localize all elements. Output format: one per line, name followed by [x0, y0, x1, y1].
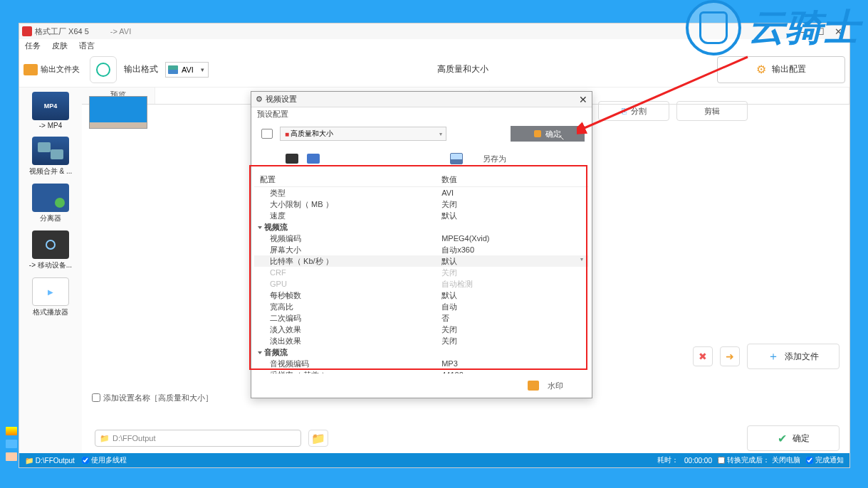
sidebar-item-merge[interactable]: 视频合并 & ... [27, 135, 74, 178]
table-row[interactable]: 淡入效果关闭 [254, 324, 589, 335]
dialog-ok-button[interactable]: 确定↖ [511, 126, 585, 142]
browse-folder-button[interactable]: 📁 [308, 430, 328, 447]
folder-icon [23, 64, 38, 75]
output-folder-label: 输出文件夹 [41, 64, 80, 75]
table-row[interactable]: 视频编码MPEG4(Xvid) [254, 233, 589, 244]
table-row[interactable]: GPU自动检测 [254, 278, 589, 290]
dialog-icon: ⚙ [256, 95, 263, 104]
table-row[interactable]: 淡出效果关闭 [254, 335, 589, 346]
output-folder-button[interactable]: 输出文件夹 [23, 64, 80, 75]
table-header: 配置 数值 [254, 173, 589, 187]
minimize-icon[interactable]: — [797, 26, 806, 37]
help-icon[interactable] [307, 154, 320, 164]
folder-icon: 📁 [311, 432, 325, 445]
watermark-icon [528, 381, 539, 391]
breadcrumb: -> AVI [110, 27, 131, 36]
app-logo-icon [22, 26, 32, 36]
table-row[interactable]: 大小限制（ MB ）关闭 [254, 198, 589, 210]
sidebar: -> MP4 视频合并 & ... 分离器 -> 移动设备... 格式播放器 [19, 87, 82, 453]
sidebar-item-mobile[interactable]: -> 移动设备... [27, 229, 74, 272]
close-icon[interactable]: ✕ [835, 26, 842, 37]
desktop-taskbar-icons [6, 427, 17, 461]
menubar: 任务 皮肤 语言 [19, 39, 849, 52]
status-path: 📁 D:\FFOutput [25, 457, 75, 465]
preview-thumbnail[interactable] [89, 96, 147, 129]
dialog-close-button[interactable]: ✕ [579, 94, 587, 105]
clip-button[interactable]: 剪辑 [676, 101, 748, 121]
window-title: 格式工厂 X64 5 [35, 26, 89, 37]
video-settings-dialog: ⚙ 视频设置 ✕ 预设配置 ■高质量和大小 确定↖ 另存为 配置 数值 类型AV… [251, 91, 592, 398]
split-icon: ⎘ [622, 107, 627, 115]
splitter-icon [32, 184, 69, 212]
output-config-button[interactable]: ⚙ 输出配置 [717, 56, 845, 83]
output-path-input[interactable]: 📁D:\FFOutput [95, 430, 301, 447]
saveas-label[interactable]: 另存为 [483, 154, 506, 164]
menu-lang[interactable]: 语言 [79, 41, 95, 51]
maximize-icon[interactable]: ☐ [816, 26, 825, 37]
gear-icon [96, 63, 110, 77]
dialog-titlebar: ⚙ 视频设置 ✕ [251, 92, 592, 107]
player-icon [32, 277, 69, 306]
table-row[interactable]: 屏幕大小自动x360 [254, 244, 589, 255]
menu-skin[interactable]: 皮肤 [52, 41, 68, 51]
sidebar-item-player[interactable]: 格式播放器 [27, 276, 74, 319]
folder-icon: 📁 [100, 434, 110, 443]
table-row[interactable]: 二次编码否 [254, 312, 589, 324]
table-row[interactable]: 每秒帧数默认 [254, 290, 589, 301]
format-select[interactable]: AVI [165, 62, 209, 78]
cmd-icon[interactable] [286, 154, 298, 164]
watermark-row[interactable]: 水印 [251, 373, 592, 398]
time-value: 00:00:00 [684, 457, 712, 465]
path-row: 📁D:\FFOutput 📁 ✔确定 [82, 423, 849, 453]
quality-label: 高质量和大小 [216, 63, 710, 75]
merge-icon [32, 137, 69, 165]
table-row[interactable]: 宽高比自动 [254, 301, 589, 312]
preset-label: 预设配置 [251, 107, 592, 123]
mp4-icon [32, 92, 69, 120]
table-row[interactable]: 速度默认 [254, 210, 589, 221]
table-row[interactable]: 比特率（ Kb/秒 ）默认 [254, 255, 589, 267]
remove-button[interactable]: ✖ [693, 346, 713, 366]
ok-button[interactable]: ✔确定 [747, 425, 840, 451]
mobile-icon [32, 230, 69, 259]
sidebar-item-mp4[interactable]: -> MP4 [27, 90, 74, 131]
plus-icon: ＋ [768, 349, 779, 364]
check-icon: ✔ [778, 432, 787, 445]
notify-checkbox[interactable]: 完成通知 [806, 455, 844, 465]
preset-icon [261, 129, 273, 139]
toolbar: 输出文件夹 输出格式 AVI 高质量和大小 ⚙ 输出配置 [19, 52, 849, 87]
time-label: 耗时： [657, 455, 679, 465]
format-icon-button[interactable] [90, 56, 117, 83]
statusbar: 📁 D:\FFOutput 使用多线程 耗时：00:00:00 转换完成后：关闭… [19, 453, 849, 467]
output-format-label: 输出格式 [124, 63, 158, 75]
dialog-title: 视频设置 [266, 94, 297, 105]
split-button[interactable]: ⎘分割 [598, 101, 669, 121]
add-name-checkbox[interactable]: 添加设置名称［高质量和大小］ [92, 393, 213, 403]
preset-select[interactable]: ■高质量和大小 [280, 127, 446, 141]
after-convert-checkbox[interactable]: 转换完成后：关闭电脑 [718, 455, 800, 465]
table-row[interactable]: CRF关闭 [254, 267, 589, 278]
cursor-icon: ↖ [558, 133, 565, 142]
save-icon[interactable] [450, 153, 463, 164]
table-row[interactable]: 类型AVI [254, 187, 589, 198]
table-row[interactable]: 视频流 [254, 221, 589, 233]
table-row[interactable]: 音频流 [254, 346, 589, 358]
settings-table: 配置 数值 类型AVI大小限制（ MB ）关闭速度默认视频流视频编码MPEG4(… [254, 173, 589, 373]
gear-icon: ⚙ [756, 63, 766, 76]
titlebar: 格式工厂 X64 5 -> AVI — ☐ ✕ [19, 23, 849, 39]
add-file-button[interactable]: ＋添加文件 [747, 344, 840, 369]
menu-task[interactable]: 任务 [25, 41, 41, 51]
export-button[interactable]: ➜ [720, 346, 740, 366]
multithread-checkbox[interactable]: 使用多线程 [82, 455, 127, 465]
sidebar-item-splitter[interactable]: 分离器 [27, 182, 74, 225]
table-row[interactable]: 音视频编码MP3 [254, 358, 589, 369]
